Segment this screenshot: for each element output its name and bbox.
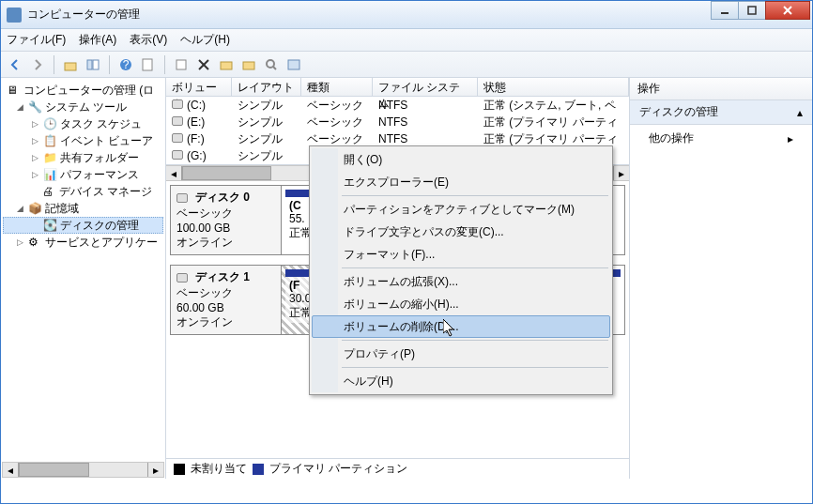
actions-header: 操作 [630,78,812,100]
col-type[interactable]: 種類 [301,78,373,96]
help-button[interactable]: ? [115,54,136,75]
tree-hscrollbar[interactable]: ◂ ▸ [2,462,164,478]
ctx-open[interactable]: 開く(O) [312,148,610,171]
ctx-delete-volume[interactable]: ボリュームの削除(D)... [312,315,610,338]
menu-action[interactable]: 操作(A) [79,32,116,48]
forward-button[interactable] [27,54,48,75]
device-icon: 🖨 [42,185,55,198]
ctx-change-drive-letter[interactable]: ドライブ文字とパスの変更(C)... [312,221,610,243]
menubar: ファイル(F) 操作(A) 表示(V) ヘルプ(H) [1,29,812,52]
titlebar: コンピューターの管理 [1,1,812,29]
tree-task-scheduler[interactable]: ▷🕒タスク スケジュ [3,115,163,132]
expand-icon[interactable]: ▷ [31,120,39,129]
legend-unallocated-swatch [174,464,185,475]
window-title: コンピューターの管理 [27,7,812,23]
col-filesystem[interactable]: ファイル システム [373,78,478,96]
svg-text:?: ? [123,58,130,71]
svg-rect-10 [176,60,186,69]
col-layout[interactable]: レイアウト [232,78,301,96]
actions-section-disk[interactable]: ディスクの管理 ▴ [630,100,812,125]
ctx-mark-active[interactable]: パーティションをアクティブとしてマーク(M) [312,198,610,221]
storage-icon: 📦 [28,202,41,215]
drive-icon [172,116,183,126]
drive-icon [172,99,183,109]
ctx-properties[interactable]: プロパティ(P) [312,343,610,365]
disk-1-info: ディスク 1 ベーシック 60.00 GB オンライン [171,266,282,334]
tree-shared-folders[interactable]: ▷📁共有フォルダー [3,149,163,166]
disk-icon [176,193,188,203]
menu-help[interactable]: ヘルプ(H) [180,32,230,48]
refresh-button[interactable] [171,54,192,75]
actions-pane: 操作 ディスクの管理 ▴ 他の操作 ▸ [630,78,812,479]
volume-row[interactable]: (E:)シンプルベーシックNTFS正常 (プライマリ パーティ [166,114,629,130]
context-menu: 開く(O) エクスプローラー(E) パーティションをアクティブとしてマーク(M)… [309,145,613,395]
back-button[interactable] [5,54,25,75]
up-button[interactable] [60,54,81,75]
svg-rect-17 [288,60,299,69]
minimize-button[interactable] [711,1,739,20]
wrench-icon: 🔧 [28,100,41,114]
tree-device-manager[interactable]: 🖨デバイス マネージ [3,183,163,200]
properties-button[interactable] [138,54,159,75]
tree-disk-management[interactable]: 💽ディスクの管理 [3,217,163,234]
tree-event-viewer[interactable]: ▷📋イベント ビューア [3,132,163,149]
volume-header: ボリューム レイアウト 種類 ファイル システム 状態 [166,78,629,97]
ctx-help[interactable]: ヘルプ(H) [312,370,610,392]
folder-icon: 📁 [43,151,56,164]
expand-icon[interactable]: ▷ [31,154,39,162]
legend: 未割り当て プライマリ パーティション [166,458,629,479]
collapse-icon: ▴ [797,106,803,119]
tree-services-apps[interactable]: ▷⚙サービスとアプリケー [3,234,163,251]
disk-icon [176,273,188,283]
svg-rect-9 [143,59,152,70]
close-button[interactable] [765,1,810,20]
col-volume[interactable]: ボリューム [166,78,232,96]
search-button[interactable] [261,54,282,75]
col-status[interactable]: 状態 [478,78,629,96]
menu-view[interactable]: 表示(V) [130,32,167,48]
actions-other[interactable]: 他の操作 ▸ [630,125,812,152]
ctx-explorer[interactable]: エクスプローラー(E) [312,171,610,193]
disk-0-info: ディスク 0 ベーシック 100.00 GB オンライン [171,186,282,254]
drive-icon [172,133,183,143]
expand-icon[interactable]: ▷ [31,137,39,145]
ctx-extend-volume[interactable]: ボリュームの拡張(X)... [312,270,610,293]
tree-root[interactable]: 🖥コンピューターの管理 (ロ [3,82,163,99]
tree-storage[interactable]: ◢📦記憶域 [3,200,163,217]
svg-line-16 [273,67,276,69]
collapse-icon[interactable]: ◢ [16,205,24,213]
perf-icon: 📊 [43,168,56,181]
legend-primary-swatch [253,464,264,475]
submenu-icon: ▸ [788,132,793,145]
maximize-button[interactable] [738,1,766,20]
list-button[interactable] [284,54,304,75]
volume-row[interactable]: (C:)シンプルベーシックNTFS正常 (システム, ブート, ペ [166,97,629,114]
menu-file[interactable]: ファイル(F) [7,32,66,48]
tree-performance[interactable]: ▷📊パフォーマンス [3,166,163,183]
delete-icon-button[interactable] [193,54,214,75]
app-icon [7,8,22,23]
show-hide-button[interactable] [83,54,103,75]
svg-rect-13 [221,62,232,69]
clock-icon: 🕒 [43,117,56,130]
svg-rect-6 [93,60,99,69]
svg-rect-1 [748,7,756,14]
services-icon: ⚙ [28,236,41,249]
legend-primary: プライマリ パーティション [269,461,407,477]
folder-button-1[interactable] [216,54,237,75]
expand-icon[interactable]: ▷ [31,171,39,179]
event-icon: 📋 [43,134,56,147]
toolbar: ? [1,52,812,78]
drive-icon [172,150,183,160]
expand-icon[interactable]: ▷ [16,238,24,247]
statusbar [1,479,812,503]
tree-pane: 🖥コンピューターの管理 (ロ ◢🔧システム ツール ▷🕒タスク スケジュ ▷📋イ… [1,78,166,479]
folder-button-2[interactable] [238,54,259,75]
ctx-shrink-volume[interactable]: ボリュームの縮小(H)... [312,293,610,315]
tree-system-tools[interactable]: ◢🔧システム ツール [3,99,163,115]
ctx-format[interactable]: フォーマット(F)... [312,243,610,266]
disk-icon: 💽 [43,219,56,232]
collapse-icon[interactable]: ◢ [16,103,24,112]
svg-rect-14 [243,62,254,69]
svg-rect-4 [65,63,76,70]
